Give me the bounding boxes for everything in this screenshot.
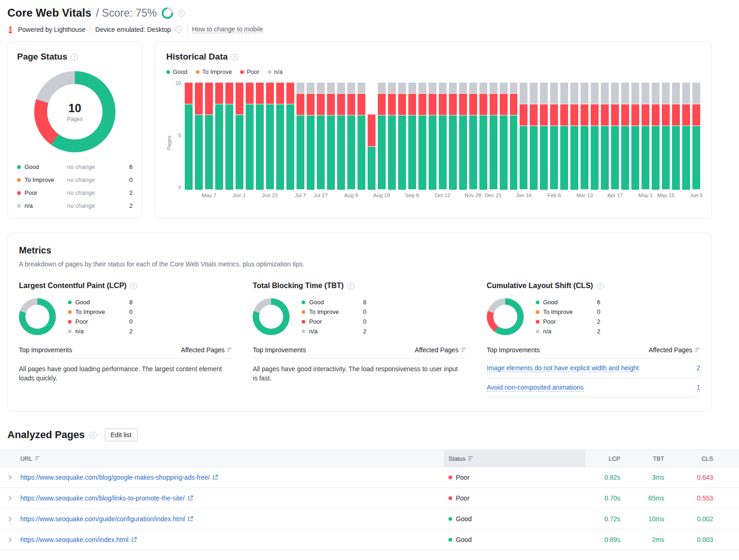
edit-list-button[interactable]: Edit list (105, 428, 138, 441)
table-row[interactable]: https://www.seoquake.com/blog/links-to-p… (0, 488, 739, 509)
history-bar[interactable] (327, 83, 335, 190)
history-bar[interactable]: Nov 28 (469, 83, 477, 190)
history-bar[interactable] (560, 83, 568, 190)
history-bar[interactable]: Mar 13 (581, 83, 588, 190)
history-bar[interactable]: Dec 21 (490, 83, 497, 190)
history-bar[interactable] (195, 83, 203, 190)
history-bar[interactable] (286, 83, 294, 190)
lcp-value: 0.89s (585, 536, 626, 543)
history-bar[interactable]: Aug 9 (347, 83, 355, 190)
history-bar[interactable] (530, 83, 538, 190)
table-row[interactable]: https://www.seoquake.com/blog/google-mak… (0, 467, 739, 488)
column-header-cls[interactable]: CLS (670, 450, 739, 467)
history-bar[interactable] (510, 83, 518, 190)
improvement-link[interactable]: Image elements do not have explicit widt… (487, 364, 639, 372)
history-bar[interactable] (398, 83, 406, 190)
history-bar[interactable] (652, 83, 660, 190)
page-url-link[interactable]: https://www.seoquake.com/blog/google-mak… (20, 474, 210, 481)
info-icon[interactable] (597, 283, 604, 289)
history-bar[interactable] (429, 83, 436, 190)
history-bar[interactable]: May 7 (205, 83, 213, 190)
column-header-url[interactable]: URL (20, 450, 444, 467)
history-bar[interactable] (682, 83, 690, 190)
history-bar[interactable] (307, 83, 315, 190)
history-bar[interactable] (540, 83, 548, 190)
history-bar[interactable]: Jun 5 (692, 83, 700, 190)
affected-pages-sort[interactable]: Affected Pages (181, 346, 233, 354)
page-status-donut[interactable]: 10 Pages (34, 71, 115, 152)
chart-legend-item[interactable]: n/a (268, 68, 283, 75)
history-bar[interactable] (621, 83, 629, 190)
history-bar[interactable] (185, 83, 193, 190)
metric-donut[interactable] (19, 298, 56, 335)
metric-donut[interactable] (253, 298, 290, 335)
history-bar[interactable] (631, 83, 639, 190)
history-bar[interactable] (500, 83, 508, 190)
info-icon[interactable] (178, 10, 185, 17)
history-bar[interactable] (570, 83, 578, 190)
info-icon[interactable] (130, 283, 137, 289)
chart-legend-item[interactable]: To Improve (196, 68, 232, 75)
chart-legend-item[interactable]: Good (166, 68, 188, 75)
chart-legend-item[interactable]: Poor (240, 68, 259, 75)
expand-row-button[interactable] (6, 515, 14, 523)
history-bar[interactable] (591, 83, 599, 190)
improvement-count-link[interactable]: 1 (697, 384, 700, 391)
history-bar[interactable] (225, 83, 233, 190)
column-header-status[interactable]: Status (444, 450, 585, 467)
change-to-mobile-link[interactable]: How to change to mobile (192, 25, 263, 33)
column-header-lcp[interactable]: LCP (585, 450, 626, 467)
history-bar[interactable]: May 1 (642, 83, 649, 190)
history-bar[interactable]: Apr 17 (611, 83, 619, 190)
status-dot-icon (448, 496, 452, 500)
info-icon[interactable] (71, 54, 78, 60)
history-bar[interactable] (601, 83, 609, 190)
history-bar[interactable] (459, 83, 467, 190)
page-url-link[interactable]: https://www.seoquake.com/index.html (20, 536, 128, 543)
history-bar[interactable] (449, 83, 457, 190)
info-icon[interactable] (176, 26, 182, 33)
history-bar[interactable]: Oct 12 (439, 83, 447, 190)
table-row[interactable]: https://www.seoquake.com/index.htmlGood0… (0, 530, 739, 550)
history-bar[interactable]: Jun 1 (236, 83, 243, 190)
history-bar[interactable] (256, 83, 264, 190)
history-bar[interactable] (672, 83, 680, 190)
info-icon[interactable] (90, 432, 97, 439)
history-bar[interactable]: Aug 18 (378, 83, 386, 190)
history-bar[interactable]: May 15 (662, 83, 670, 190)
history-bar[interactable] (337, 83, 345, 190)
history-bar[interactable]: Feb 6 (550, 83, 558, 190)
affected-pages-sort[interactable]: Affected Pages (415, 346, 466, 354)
history-bar[interactable]: Jun 22 (266, 83, 274, 190)
expand-row-button[interactable] (6, 494, 14, 502)
history-bar[interactable] (215, 83, 223, 190)
expand-row-button[interactable] (6, 473, 14, 482)
legend-label: To Improve (309, 308, 359, 315)
expand-row-button[interactable] (6, 536, 14, 544)
improvement-link[interactable]: Avoid non-composited animations (487, 384, 584, 391)
history-bar[interactable] (418, 83, 426, 190)
history-bar[interactable] (388, 83, 396, 190)
metric-donut[interactable] (487, 298, 524, 335)
history-bar[interactable] (246, 83, 254, 190)
x-axis-label: Apr 17 (607, 193, 623, 198)
history-bar[interactable] (357, 83, 365, 190)
history-bar[interactable] (368, 83, 376, 190)
column-header-tbt[interactable]: TBT (626, 450, 670, 467)
improvement-count-link[interactable]: 2 (697, 364, 700, 372)
sort-icon (461, 348, 466, 352)
info-icon[interactable] (231, 54, 238, 60)
top-cards-row: Page Status 10 Pages Goodno change6To Im… (7, 41, 712, 219)
info-icon[interactable] (347, 283, 354, 289)
page-url-link[interactable]: https://www.seoquake.com/guide/configura… (20, 515, 185, 523)
history-bar[interactable] (479, 83, 487, 190)
history-bar[interactable]: Jul 27 (317, 83, 325, 190)
history-bar[interactable]: Jan 16 (520, 83, 527, 190)
table-row[interactable]: https://www.seoquake.com/guide/configura… (0, 509, 739, 530)
url-column-label: URL (20, 455, 32, 462)
history-bar[interactable] (276, 83, 284, 190)
history-bar[interactable]: Jul 7 (297, 83, 304, 190)
history-bar[interactable]: Sep 8 (408, 83, 416, 190)
affected-pages-sort[interactable]: Affected Pages (648, 346, 700, 354)
page-url-link[interactable]: https://www.seoquake.com/blog/links-to-p… (20, 494, 185, 502)
